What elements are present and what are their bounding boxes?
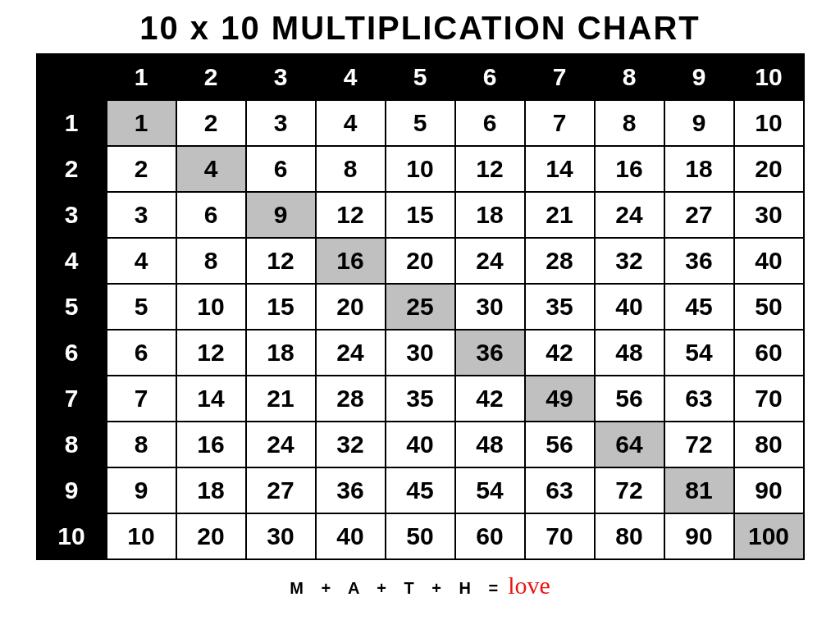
table-cell: 20 <box>386 238 455 284</box>
col-header: 8 <box>595 54 664 100</box>
table-cell: 90 <box>664 513 734 559</box>
row-header: 8 <box>37 422 107 467</box>
table-cell: 64 <box>595 422 664 467</box>
col-header: 4 <box>316 54 386 100</box>
table-cell: 50 <box>734 284 804 330</box>
col-header: 1 <box>107 54 176 100</box>
table-cell: 7 <box>525 100 595 146</box>
row-header: 1 <box>37 100 107 146</box>
table-cell: 27 <box>664 192 734 238</box>
table-cell: 14 <box>525 146 595 192</box>
table-cell: 81 <box>664 467 734 513</box>
table-cell: 36 <box>455 330 525 376</box>
table-cell: 35 <box>386 376 455 422</box>
table-cell: 2 <box>107 146 176 192</box>
table-cell: 12 <box>246 238 316 284</box>
table-cell: 15 <box>246 284 316 330</box>
table-cell: 56 <box>595 376 664 422</box>
table-cell: 15 <box>386 192 455 238</box>
table-cell: 30 <box>246 513 316 559</box>
table-cell: 10 <box>734 100 804 146</box>
table-cell: 18 <box>664 146 734 192</box>
table-cell: 6 <box>455 100 525 146</box>
table-cell: 49 <box>525 376 595 422</box>
table-cell: 3 <box>107 192 176 238</box>
table-cell: 3 <box>246 100 316 146</box>
table-cell: 100 <box>734 513 804 559</box>
table-cell: 45 <box>386 467 455 513</box>
table-cell: 14 <box>176 376 246 422</box>
table-cell: 18 <box>455 192 525 238</box>
row-header: 6 <box>37 330 107 376</box>
table-cell: 80 <box>734 422 804 467</box>
table-cell: 70 <box>734 376 804 422</box>
table-cell: 28 <box>316 376 386 422</box>
row-header: 9 <box>37 467 107 513</box>
table-cell: 4 <box>107 238 176 284</box>
table-cell: 8 <box>595 100 664 146</box>
footer-love: love <box>508 572 550 599</box>
table-cell: 36 <box>664 238 734 284</box>
table-cell: 54 <box>455 467 525 513</box>
table-cell: 12 <box>455 146 525 192</box>
table-cell: 90 <box>734 467 804 513</box>
table-cell: 60 <box>734 330 804 376</box>
table-cell: 45 <box>664 284 734 330</box>
table-cell: 30 <box>386 330 455 376</box>
row-header: 10 <box>37 513 107 559</box>
table-cell: 9 <box>246 192 316 238</box>
table-cell: 18 <box>176 467 246 513</box>
col-header: 10 <box>734 54 804 100</box>
row-header: 2 <box>37 146 107 192</box>
table-cell: 21 <box>525 192 595 238</box>
table-cell: 40 <box>734 238 804 284</box>
table-cell: 30 <box>455 284 525 330</box>
table-cell: 56 <box>525 422 595 467</box>
footer-prefix: M + A + T + H = <box>290 579 504 598</box>
multiplication-table: 1234567891011234567891022468101214161820… <box>36 53 805 560</box>
table-body: 1234567891011234567891022468101214161820… <box>37 54 804 559</box>
table-cell: 63 <box>525 467 595 513</box>
table-cell: 72 <box>595 467 664 513</box>
table-cell: 12 <box>316 192 386 238</box>
table-cell: 80 <box>595 513 664 559</box>
table-cell: 7 <box>107 376 176 422</box>
table-cell: 2 <box>176 100 246 146</box>
table-cell: 10 <box>107 513 176 559</box>
table-cell: 72 <box>664 422 734 467</box>
table-cell: 28 <box>525 238 595 284</box>
table-cell: 10 <box>386 146 455 192</box>
table-cell: 70 <box>525 513 595 559</box>
table-cell: 6 <box>176 192 246 238</box>
table-cell: 25 <box>386 284 455 330</box>
table-cell: 1 <box>107 100 176 146</box>
col-header: 2 <box>176 54 246 100</box>
table-cell: 50 <box>386 513 455 559</box>
table-cell: 8 <box>107 422 176 467</box>
table-cell: 10 <box>176 284 246 330</box>
table-cell: 16 <box>316 238 386 284</box>
table-cell: 5 <box>107 284 176 330</box>
row-header: 3 <box>37 192 107 238</box>
col-header: 5 <box>386 54 455 100</box>
table-cell: 8 <box>176 238 246 284</box>
table-cell: 54 <box>664 330 734 376</box>
table-cell: 9 <box>664 100 734 146</box>
table-cell: 42 <box>455 376 525 422</box>
table-cell: 6 <box>246 146 316 192</box>
col-header: 9 <box>664 54 734 100</box>
table-cell: 63 <box>664 376 734 422</box>
corner-cell <box>37 54 107 100</box>
table-cell: 24 <box>455 238 525 284</box>
table-cell: 60 <box>455 513 525 559</box>
footer: M + A + T + H = love <box>290 572 550 599</box>
row-header: 5 <box>37 284 107 330</box>
table-cell: 36 <box>316 467 386 513</box>
table-cell: 40 <box>595 284 664 330</box>
table-cell: 24 <box>595 192 664 238</box>
table-cell: 27 <box>246 467 316 513</box>
row-header: 7 <box>37 376 107 422</box>
table-cell: 20 <box>734 146 804 192</box>
table-cell: 40 <box>316 513 386 559</box>
table-cell: 8 <box>316 146 386 192</box>
